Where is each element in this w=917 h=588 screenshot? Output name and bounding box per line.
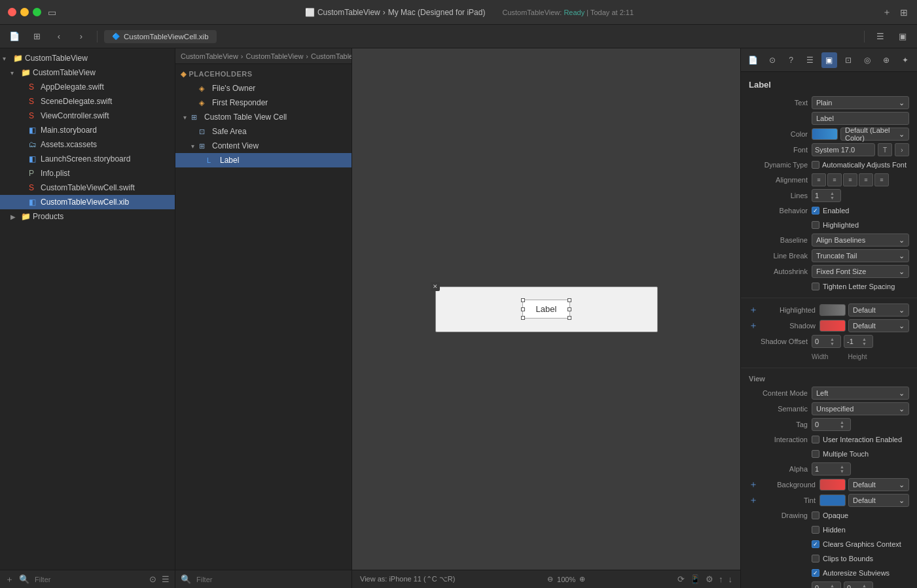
autoshrink-dropdown[interactable]: Fixed Font Size ⌄: [812, 265, 909, 278]
zoom-out-button[interactable]: ⊖: [547, 575, 553, 583]
zoom-in-button[interactable]: ⊕: [579, 575, 585, 583]
tint-dropdown[interactable]: Default ⌄: [848, 494, 909, 507]
next-icon[interactable]: ›: [72, 29, 90, 44]
font-btn-arrow[interactable]: ›: [895, 143, 909, 156]
font-dropdown[interactable]: System 17.0: [812, 143, 875, 156]
add-shadow-button[interactable]: ＋: [749, 320, 759, 332]
align-center-button[interactable]: ≡: [827, 173, 842, 186]
hidden-checkbox[interactable]: [812, 526, 819, 534]
semantic-dropdown[interactable]: Unspecified ⌄: [812, 402, 909, 415]
stretch-y-stepper[interactable]: ▲ ▼: [862, 583, 870, 588]
help-icon[interactable]: ?: [783, 52, 799, 68]
align-left-button[interactable]: ≡: [812, 173, 826, 186]
maximize-button[interactable]: [33, 8, 41, 16]
download-icon[interactable]: ↓: [728, 574, 732, 584]
outline-filter-input[interactable]: [196, 576, 346, 583]
lines-input[interactable]: 1 ▲ ▼: [812, 189, 841, 202]
stretch-x-input[interactable]: 0 ▲ ▼: [812, 581, 841, 588]
shadow-height-stepper[interactable]: ▲ ▼: [862, 337, 870, 346]
clears-checkbox[interactable]: [812, 540, 819, 548]
text-type-dropdown[interactable]: Plain ⌄: [812, 96, 909, 109]
autoresize-checkbox[interactable]: [812, 569, 819, 577]
file-item-celswift[interactable]: S CustomTableViewCell.swift: [0, 181, 175, 195]
file-item-scenedelegate[interactable]: S SceneDelegate.swift: [0, 94, 175, 109]
file-item-cellxib[interactable]: ◧ CustomTableViewCell.xib: [0, 195, 175, 209]
shadow-swatch[interactable]: [819, 320, 846, 332]
refresh-icon[interactable]: ⟳: [677, 574, 685, 584]
minimize-button[interactable]: [20, 8, 29, 16]
outline-safe-area[interactable]: ⊡ Safe Area: [175, 124, 351, 139]
tighten-checkbox[interactable]: [812, 283, 819, 290]
close-button[interactable]: [8, 8, 16, 16]
sidebar-toggle-icon[interactable]: ▭: [46, 7, 57, 18]
user-interaction-checkbox[interactable]: [812, 436, 819, 443]
history-icon[interactable]: ⊙: [764, 52, 780, 68]
align-justify-button[interactable]: ≡: [859, 173, 873, 186]
file-item-root[interactable]: ▾ 📁 CustomTableView: [0, 51, 175, 65]
multiple-touch-checkbox[interactable]: [812, 450, 819, 458]
canvas-label-element[interactable]: Label: [522, 300, 571, 319]
file-item-appdelegate[interactable]: S AppDelegate.swift: [0, 80, 175, 94]
add-background-button[interactable]: ＋: [749, 479, 759, 491]
behavior-enabled-checkbox[interactable]: [812, 207, 819, 215]
file-item-infoplist[interactable]: P Info.plist: [0, 166, 175, 181]
canvas-close-btn[interactable]: ✕: [431, 282, 440, 291]
add-highlighted-button[interactable]: ＋: [749, 304, 759, 316]
new-file-icon[interactable]: 📄: [5, 29, 24, 44]
outline-content-view[interactable]: ▾ ⊞ Content View: [175, 139, 351, 153]
device-icon[interactable]: 📱: [690, 574, 700, 584]
grid-icon[interactable]: ⊞: [27, 29, 46, 44]
file-item-products[interactable]: ▶ 📁 Products: [0, 209, 175, 224]
file-item-viewcontroller[interactable]: S ViewController.swift: [0, 109, 175, 123]
settings-icon[interactable]: ⚙: [706, 574, 713, 584]
content-mode-dropdown[interactable]: Left ⌄: [812, 387, 909, 400]
lines-up[interactable]: ▲: [830, 191, 838, 196]
size-icon[interactable]: ⊡: [840, 52, 856, 68]
connections-icon[interactable]: ◎: [859, 52, 875, 68]
alpha-stepper[interactable]: ▲ ▼: [840, 464, 848, 474]
highlighted-checkbox[interactable]: [812, 221, 819, 229]
list-icon[interactable]: ☰: [162, 574, 170, 584]
outline-custom-cell[interactable]: ▾ ⊞ Custom Table View Cell: [175, 110, 351, 124]
prev-icon[interactable]: ‹: [50, 29, 68, 44]
shadow-width-input[interactable]: 0 ▲ ▼: [812, 335, 841, 348]
stretch-x-stepper[interactable]: ▲ ▼: [830, 583, 838, 588]
highlighted-dropdown[interactable]: Default ⌄: [848, 303, 909, 317]
file-item-launchscreen[interactable]: ◧ LaunchScreen.storyboard: [0, 152, 175, 166]
align-right-button[interactable]: ≡: [843, 173, 857, 186]
clips-checkbox[interactable]: [812, 555, 819, 562]
alpha-input[interactable]: 1 ▲ ▼: [812, 462, 851, 476]
identity-icon[interactable]: ▣: [821, 52, 837, 68]
attributes-icon[interactable]: ☰: [802, 52, 818, 68]
tag-input[interactable]: 0 ▲ ▼: [812, 418, 851, 431]
menu-icon[interactable]: ☰: [871, 29, 890, 44]
highlighted-swatch[interactable]: [819, 304, 846, 316]
dynamic-type-checkbox[interactable]: [812, 161, 819, 169]
file-inspector-icon[interactable]: 📄: [746, 52, 761, 68]
background-dropdown[interactable]: Default ⌄: [848, 478, 909, 491]
lines-stepper[interactable]: ▲ ▼: [830, 191, 838, 200]
outline-files-owner[interactable]: ◈ File's Owner: [175, 81, 351, 95]
outline-label[interactable]: L Label: [175, 153, 351, 167]
outline-first-responder[interactable]: ◈ First Responder: [175, 95, 351, 110]
lines-down[interactable]: ▼: [830, 196, 838, 200]
shadow-height-input[interactable]: -1 ▲ ▼: [844, 335, 873, 348]
sort-icon[interactable]: ⊙: [149, 574, 156, 584]
text-input[interactable]: Label: [812, 112, 909, 125]
background-swatch[interactable]: [819, 479, 846, 491]
add-icon[interactable]: ＋: [882, 7, 892, 18]
window-icon[interactable]: ⊞: [899, 7, 909, 18]
active-tab[interactable]: 🔷 CustomTableViewCell.xib: [104, 30, 217, 43]
file-item-assets[interactable]: 🗂 Assets.xcassets: [0, 137, 175, 152]
add-tint-button[interactable]: ＋: [749, 494, 759, 506]
stretch-y-input[interactable]: 0 ▲ ▼: [844, 581, 873, 588]
filter-input[interactable]: [35, 576, 144, 583]
tag-stepper[interactable]: ▲ ▼: [840, 420, 848, 429]
inspector-toggle-icon[interactable]: ▣: [893, 29, 912, 44]
shadow-dropdown[interactable]: Default ⌄: [848, 319, 909, 332]
share-icon[interactable]: ↑: [719, 574, 723, 584]
opaque-checkbox[interactable]: [812, 511, 819, 519]
file-item-subfolder[interactable]: ▾ 📁 CustomTableView: [0, 65, 175, 80]
canvas-content[interactable]: ✕ Label: [352, 48, 740, 570]
bindings-icon[interactable]: ⊕: [878, 52, 894, 68]
